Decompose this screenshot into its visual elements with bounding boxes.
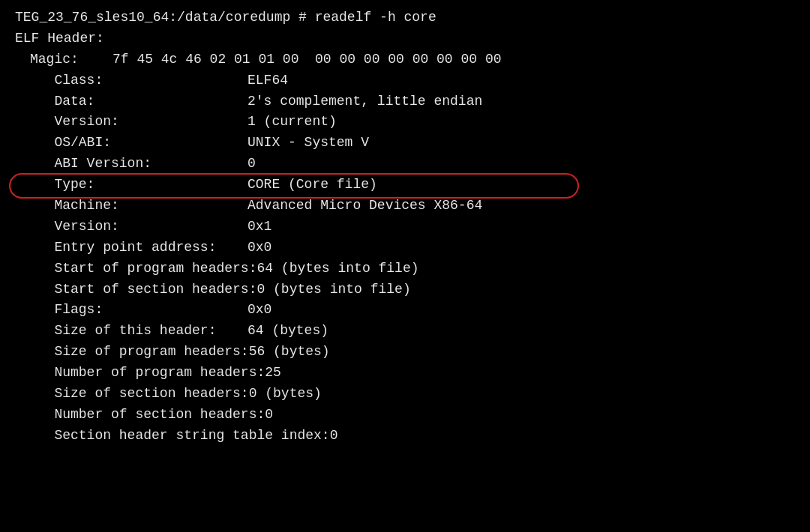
elf-row-14: Number of program headers:25: [15, 363, 795, 384]
row-label-14: Number of program headers:: [15, 363, 265, 384]
row-label-2: Version:: [15, 112, 248, 133]
elf-row-10: Start of section headers:0 (bytes into f…: [15, 279, 795, 300]
row-label-3: OS/ABI:: [15, 133, 248, 154]
elf-row-17: Section header string table index:0: [15, 426, 795, 447]
row-value-5: CORE (Core file): [248, 175, 377, 196]
row-label-7: Version:: [15, 217, 248, 238]
elf-header-line: ELF Header:: [15, 28, 795, 49]
row-label-5: Type:: [15, 175, 248, 196]
row-label-6: Machine:: [15, 196, 248, 217]
elf-header-label: ELF Header:: [15, 28, 104, 49]
row-value-12: 64 (bytes): [248, 321, 328, 342]
elf-row-2: Version:1 (current): [15, 112, 795, 133]
elf-row-15: Size of section headers:0 (bytes): [15, 384, 795, 405]
elf-row-6: Machine:Advanced Micro Devices X86-64: [15, 196, 795, 217]
elf-row-9: Start of program headers:64 (bytes into …: [15, 259, 795, 279]
elf-row-13: Size of program headers:56 (bytes): [15, 342, 795, 363]
row-value-17: 0: [330, 426, 338, 447]
row-value-0: ELF64: [248, 70, 288, 91]
row-value-2: 1 (current): [248, 112, 337, 133]
row-label-15: Size of section headers:: [15, 384, 249, 405]
elf-row-3: OS/ABI:UNIX - System V: [15, 133, 795, 154]
prompt-text: TEG_23_76_sles10_64:/data/coredump # rea…: [15, 7, 436, 28]
elf-row-7: Version:0x1: [15, 217, 795, 238]
row-label-10: Start of section headers:: [15, 279, 256, 300]
row-value-13: 56 (bytes): [249, 342, 330, 363]
magic-value: 7f 45 4c 46 02 01 01 00 00 00 00 00 00 0…: [112, 49, 501, 70]
row-value-11: 0x0: [248, 300, 272, 321]
row-value-10: 0 (bytes into file): [256, 279, 410, 300]
row-value-1: 2's complement, little endian: [248, 91, 482, 112]
row-value-7: 0x1: [248, 217, 272, 238]
row-label-13: Size of program headers:: [15, 342, 249, 363]
row-value-15: 0 (bytes): [249, 384, 322, 405]
elf-row-4: ABI Version:0: [15, 154, 795, 175]
magic-line: Magic: 7f 45 4c 46 02 01 01 00 00 00 00 …: [15, 49, 795, 70]
row-label-16: Number of section headers:: [15, 405, 265, 426]
row-value-16: 0: [265, 405, 273, 426]
row-label-12: Size of this header:: [15, 321, 248, 342]
elf-row-16: Number of section headers:0: [15, 405, 795, 426]
row-value-6: Advanced Micro Devices X86-64: [248, 196, 482, 217]
elf-row-1: Data:2's complement, little endian: [15, 91, 795, 112]
row-value-8: 0x0: [248, 238, 272, 259]
row-label-0: Class:: [15, 70, 248, 91]
row-label-17: Section header string table index:: [15, 426, 330, 447]
magic-label: Magic:: [15, 49, 112, 70]
prompt-line: TEG_23_76_sles10_64:/data/coredump # rea…: [15, 7, 795, 28]
row-value-9: 64 (bytes into file): [256, 259, 418, 279]
row-value-3: UNIX - System V: [248, 133, 369, 154]
terminal-window: TEG_23_76_sles10_64:/data/coredump # rea…: [15, 7, 795, 447]
elf-rows: Class:ELF64 Data:2's complement, little …: [15, 70, 795, 447]
row-value-4: 0: [248, 154, 256, 175]
row-label-1: Data:: [15, 91, 248, 112]
row-label-8: Entry point address:: [15, 238, 248, 259]
elf-row-11: Flags:0x0: [15, 300, 795, 321]
row-value-14: 25: [265, 363, 281, 384]
row-label-11: Flags:: [15, 300, 248, 321]
row-label-4: ABI Version:: [15, 154, 248, 175]
row-label-9: Start of program headers:: [15, 259, 256, 279]
type-row: Type:CORE (Core file): [15, 175, 795, 196]
elf-row-12: Size of this header:64 (bytes): [15, 321, 795, 342]
elf-row-0: Class:ELF64: [15, 70, 795, 91]
elf-row-8: Entry point address:0x0: [15, 238, 795, 259]
